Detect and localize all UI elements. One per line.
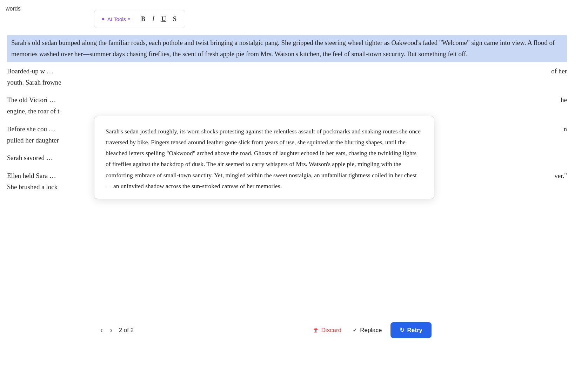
p4-ellipsis: …	[49, 125, 55, 133]
p6-mid: She brushed a lock	[7, 183, 58, 191]
p4-end: n	[564, 124, 567, 135]
sparkle-icon: ✦	[101, 16, 105, 22]
retry-icon: ↻	[400, 326, 405, 334]
p5-start: Sarah savored	[7, 154, 45, 161]
ai-tools-label: AI Tools	[107, 16, 126, 22]
trash-icon: 🗑	[313, 327, 319, 333]
retry-label: Retry	[407, 327, 422, 334]
replace-label: Replace	[360, 327, 382, 334]
retry-button[interactable]: ↻ Retry	[390, 322, 432, 338]
p4-start: Before she cou	[7, 125, 47, 133]
bold-button[interactable]: B	[138, 14, 149, 24]
selected-text: Sarah's old sedan bumped along the famil…	[7, 35, 567, 62]
check-icon: ✓	[353, 327, 357, 333]
suggestion-popup: Sarah's sedan jostled roughly, its worn …	[94, 116, 434, 199]
p2-end: of her	[551, 66, 567, 77]
discard-label: Discard	[321, 327, 342, 334]
prev-suggestion-button[interactable]: ‹	[97, 324, 106, 337]
ai-tools-button[interactable]: ✦ AI Tools ▾	[99, 14, 134, 24]
p2-ellipsis: …	[47, 67, 53, 75]
p3-ellipsis: …	[49, 96, 56, 104]
italic-button[interactable]: I	[149, 14, 158, 24]
strikethrough-button[interactable]: S	[169, 14, 180, 24]
p2-mid: youth. Sarah frowne	[7, 79, 61, 86]
p6-ellipsis: …	[49, 172, 56, 179]
p2-start: Boarded-up w	[7, 67, 45, 75]
page-indicator: 2 of 2	[119, 327, 134, 334]
p4-mid: pulled her daughter	[7, 137, 59, 144]
p3-start: The old Victori	[7, 96, 48, 104]
p3-mid: engine, the roar of t	[7, 107, 59, 115]
p3-end: he	[561, 94, 567, 106]
popup-footer: ‹ › 2 of 2 🗑 Discard ✓ Replace ↻ Retry	[94, 322, 434, 338]
replace-button[interactable]: ✓ Replace	[347, 324, 387, 337]
suggestion-text: Sarah's sedan jostled roughly, its worn …	[106, 126, 423, 192]
p6-start: Ellen held Sara	[7, 172, 48, 179]
paragraph-2: Boarded-up w … of her youth. Sarah frown…	[7, 64, 567, 90]
sidebar-words-label: words	[0, 3, 26, 15]
chevron-down-icon: ▾	[128, 17, 130, 21]
formatting-toolbar: ✦ AI Tools ▾ B I U S	[94, 10, 185, 28]
p6-end: ver."	[554, 170, 567, 181]
next-suggestion-button[interactable]: ›	[106, 324, 116, 337]
p5-ellipsis: …	[46, 154, 53, 161]
paragraph-3: The old Victori … he engine, the roar of…	[7, 93, 567, 119]
underline-button[interactable]: U	[158, 14, 169, 24]
discard-button[interactable]: 🗑 Discard	[307, 324, 347, 337]
